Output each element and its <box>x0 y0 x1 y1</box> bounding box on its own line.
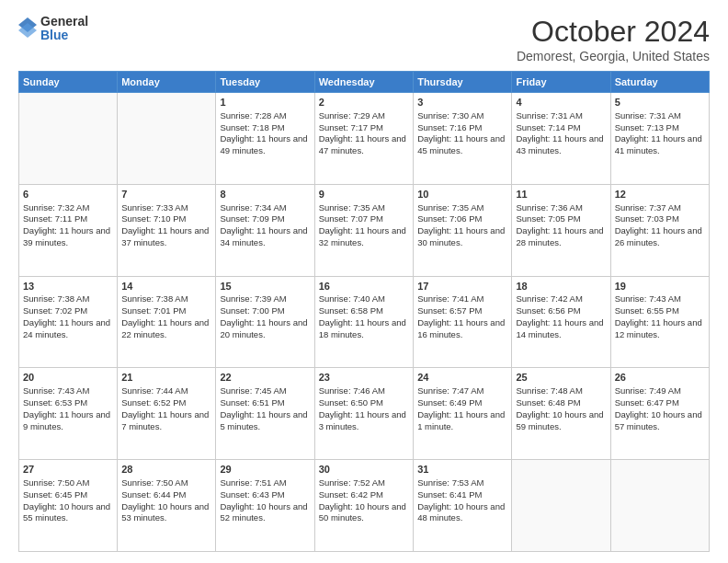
calendar-day-cell: 4Sunrise: 7:31 AM Sunset: 7:14 PM Daylig… <box>512 93 610 185</box>
day-number: 7 <box>121 188 211 201</box>
day-number: 20 <box>23 371 113 385</box>
logo-blue-text: Blue <box>40 29 88 42</box>
calendar-day-cell: 19Sunrise: 7:43 AM Sunset: 6:55 PM Dayli… <box>610 276 709 368</box>
day-info: Sunrise: 7:31 AM Sunset: 7:13 PM Dayligh… <box>615 110 705 157</box>
day-info: Sunrise: 7:33 AM Sunset: 7:10 PM Dayligh… <box>121 202 211 249</box>
day-number: 8 <box>220 188 310 201</box>
calendar-day-cell: 11Sunrise: 7:36 AM Sunset: 7:05 PM Dayli… <box>512 184 610 276</box>
day-info: Sunrise: 7:34 AM Sunset: 7:09 PM Dayligh… <box>220 202 310 249</box>
weekday-header-thursday: Thursday <box>414 72 512 93</box>
day-number: 2 <box>319 96 409 109</box>
calendar-day-cell: 24Sunrise: 7:47 AM Sunset: 6:49 PM Dayli… <box>414 368 512 460</box>
calendar-day-cell: 3Sunrise: 7:30 AM Sunset: 7:16 PM Daylig… <box>414 93 512 185</box>
calendar-day-cell: 18Sunrise: 7:42 AM Sunset: 6:56 PM Dayli… <box>512 276 610 368</box>
day-number: 15 <box>220 280 310 293</box>
day-info: Sunrise: 7:40 AM Sunset: 6:58 PM Dayligh… <box>319 293 409 340</box>
calendar-body: 1Sunrise: 7:28 AM Sunset: 7:18 PM Daylig… <box>19 93 710 552</box>
location: Demorest, Georgia, United States <box>517 49 710 63</box>
day-info: Sunrise: 7:36 AM Sunset: 7:05 PM Dayligh… <box>516 202 606 249</box>
calendar-day-cell: 8Sunrise: 7:34 AM Sunset: 7:09 PM Daylig… <box>216 184 314 276</box>
calendar-day-cell: 9Sunrise: 7:35 AM Sunset: 7:07 PM Daylig… <box>314 184 413 276</box>
month-title: October 2024 <box>517 15 710 49</box>
calendar-day-cell: 21Sunrise: 7:44 AM Sunset: 6:52 PM Dayli… <box>118 368 216 460</box>
day-number: 29 <box>220 463 310 477</box>
calendar-week-row: 1Sunrise: 7:28 AM Sunset: 7:18 PM Daylig… <box>19 93 710 185</box>
calendar-table: SundayMondayTuesdayWednesdayThursdayFrid… <box>18 71 710 552</box>
calendar-header: SundayMondayTuesdayWednesdayThursdayFrid… <box>19 72 710 93</box>
day-info: Sunrise: 7:28 AM Sunset: 7:18 PM Dayligh… <box>220 110 310 157</box>
calendar-day-cell: 12Sunrise: 7:37 AM Sunset: 7:03 PM Dayli… <box>610 184 709 276</box>
day-info: Sunrise: 7:50 AM Sunset: 6:44 PM Dayligh… <box>121 477 211 524</box>
calendar-day-cell: 31Sunrise: 7:53 AM Sunset: 6:41 PM Dayli… <box>414 460 512 552</box>
calendar-day-cell: 22Sunrise: 7:45 AM Sunset: 6:51 PM Dayli… <box>216 368 314 460</box>
day-number: 5 <box>615 96 705 109</box>
day-info: Sunrise: 7:38 AM Sunset: 7:02 PM Dayligh… <box>23 293 113 340</box>
weekday-header-monday: Monday <box>118 72 216 93</box>
calendar-day-cell <box>512 460 610 552</box>
day-number: 1 <box>220 96 310 109</box>
day-info: Sunrise: 7:43 AM Sunset: 6:55 PM Dayligh… <box>615 293 705 340</box>
day-info: Sunrise: 7:30 AM Sunset: 7:16 PM Dayligh… <box>417 110 507 157</box>
calendar-day-cell: 7Sunrise: 7:33 AM Sunset: 7:10 PM Daylig… <box>118 184 216 276</box>
weekday-header-row: SundayMondayTuesdayWednesdayThursdayFrid… <box>19 72 710 93</box>
day-number: 12 <box>615 188 705 201</box>
day-number: 11 <box>516 188 606 201</box>
calendar-day-cell: 28Sunrise: 7:50 AM Sunset: 6:44 PM Dayli… <box>118 460 216 552</box>
calendar-day-cell: 25Sunrise: 7:48 AM Sunset: 6:48 PM Dayli… <box>512 368 610 460</box>
day-info: Sunrise: 7:31 AM Sunset: 7:14 PM Dayligh… <box>516 110 606 157</box>
calendar-week-row: 13Sunrise: 7:38 AM Sunset: 7:02 PM Dayli… <box>19 276 710 368</box>
calendar-day-cell: 26Sunrise: 7:49 AM Sunset: 6:47 PM Dayli… <box>610 368 709 460</box>
day-number: 3 <box>417 96 507 109</box>
weekday-header-wednesday: Wednesday <box>314 72 413 93</box>
day-info: Sunrise: 7:42 AM Sunset: 6:56 PM Dayligh… <box>516 293 606 340</box>
day-number: 25 <box>516 371 606 385</box>
day-number: 22 <box>220 371 310 385</box>
calendar-day-cell: 6Sunrise: 7:32 AM Sunset: 7:11 PM Daylig… <box>19 184 118 276</box>
calendar-day-cell: 13Sunrise: 7:38 AM Sunset: 7:02 PM Dayli… <box>19 276 118 368</box>
day-info: Sunrise: 7:53 AM Sunset: 6:41 PM Dayligh… <box>417 477 507 524</box>
calendar-day-cell: 16Sunrise: 7:40 AM Sunset: 6:58 PM Dayli… <box>314 276 413 368</box>
day-info: Sunrise: 7:32 AM Sunset: 7:11 PM Dayligh… <box>23 202 113 249</box>
calendar-day-cell: 1Sunrise: 7:28 AM Sunset: 7:18 PM Daylig… <box>216 93 314 185</box>
day-info: Sunrise: 7:39 AM Sunset: 7:00 PM Dayligh… <box>220 293 310 340</box>
day-number: 18 <box>516 280 606 293</box>
day-info: Sunrise: 7:41 AM Sunset: 6:57 PM Dayligh… <box>417 293 507 340</box>
day-number: 14 <box>121 280 211 293</box>
day-info: Sunrise: 7:37 AM Sunset: 7:03 PM Dayligh… <box>615 202 705 249</box>
day-info: Sunrise: 7:45 AM Sunset: 6:51 PM Dayligh… <box>220 385 310 432</box>
calendar-day-cell: 14Sunrise: 7:38 AM Sunset: 7:01 PM Dayli… <box>118 276 216 368</box>
logo: General Blue <box>18 15 88 43</box>
calendar-day-cell: 29Sunrise: 7:51 AM Sunset: 6:43 PM Dayli… <box>216 460 314 552</box>
calendar-week-row: 27Sunrise: 7:50 AM Sunset: 6:45 PM Dayli… <box>19 460 710 552</box>
weekday-header-sunday: Sunday <box>19 72 118 93</box>
title-block: October 2024 Demorest, Georgia, United S… <box>517 15 710 63</box>
day-info: Sunrise: 7:29 AM Sunset: 7:17 PM Dayligh… <box>319 110 409 157</box>
day-number: 27 <box>23 463 113 477</box>
calendar-day-cell: 17Sunrise: 7:41 AM Sunset: 6:57 PM Dayli… <box>414 276 512 368</box>
calendar-week-row: 20Sunrise: 7:43 AM Sunset: 6:53 PM Dayli… <box>19 368 710 460</box>
day-number: 28 <box>121 463 211 477</box>
day-info: Sunrise: 7:47 AM Sunset: 6:49 PM Dayligh… <box>417 385 507 432</box>
header: General Blue October 2024 Demorest, Geor… <box>18 15 710 63</box>
calendar-day-cell <box>610 460 709 552</box>
day-info: Sunrise: 7:35 AM Sunset: 7:07 PM Dayligh… <box>319 202 409 249</box>
day-number: 16 <box>319 280 409 293</box>
day-number: 30 <box>319 463 409 477</box>
calendar-day-cell: 23Sunrise: 7:46 AM Sunset: 6:50 PM Dayli… <box>314 368 413 460</box>
day-number: 10 <box>417 188 507 201</box>
day-info: Sunrise: 7:49 AM Sunset: 6:47 PM Dayligh… <box>615 385 705 432</box>
calendar-day-cell <box>19 93 118 185</box>
day-number: 4 <box>516 96 606 109</box>
weekday-header-friday: Friday <box>512 72 610 93</box>
day-number: 17 <box>417 280 507 293</box>
day-info: Sunrise: 7:44 AM Sunset: 6:52 PM Dayligh… <box>121 385 211 432</box>
day-info: Sunrise: 7:35 AM Sunset: 7:06 PM Dayligh… <box>417 202 507 249</box>
page: General Blue October 2024 Demorest, Geor… <box>0 0 728 563</box>
calendar-day-cell: 5Sunrise: 7:31 AM Sunset: 7:13 PM Daylig… <box>610 93 709 185</box>
calendar-day-cell: 27Sunrise: 7:50 AM Sunset: 6:45 PM Dayli… <box>19 460 118 552</box>
calendar-week-row: 6Sunrise: 7:32 AM Sunset: 7:11 PM Daylig… <box>19 184 710 276</box>
day-number: 31 <box>417 463 507 477</box>
logo-text: General Blue <box>40 15 88 43</box>
day-number: 23 <box>319 371 409 385</box>
weekday-header-saturday: Saturday <box>610 72 709 93</box>
